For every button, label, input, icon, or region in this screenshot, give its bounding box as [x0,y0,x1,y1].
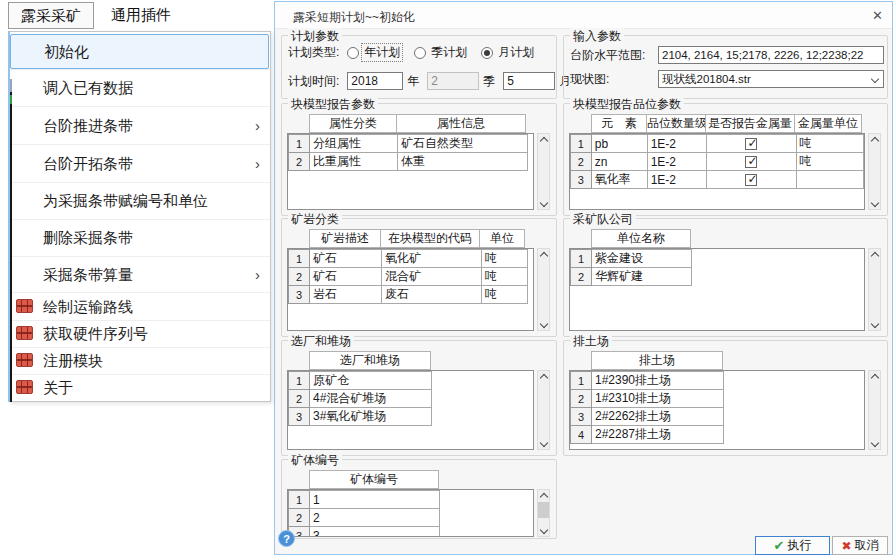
row-number-button[interactable]: 4 [571,426,592,444]
scroll-up-icon[interactable] [538,371,549,382]
cancel-button[interactable]: ✖ 取消 [832,536,888,555]
help-button[interactable]: ? [278,530,295,547]
grid-cell[interactable]: 1E-2 [647,171,707,189]
checkbox-checked-icon[interactable] [745,138,757,150]
scroll-up-icon[interactable] [538,134,549,145]
scroll-down-icon[interactable] [538,525,549,536]
grid-cell[interactable]: 岩石 [310,286,382,304]
grid-cell[interactable]: 矿石自然类型 [398,135,528,153]
row-number-button[interactable]: 3 [571,408,592,426]
row-number-button[interactable]: 3 [289,286,310,304]
grid-cell[interactable]: 华辉矿建 [592,268,692,286]
grid-cell[interactable]: 1#2310排土场 [592,390,724,408]
menu-item-7[interactable]: 绘制运输路线 [9,292,270,320]
grid-cell[interactable]: 氧化矿 [382,250,482,268]
execute-button[interactable]: ✔ 执行 [755,536,830,555]
dialog-titlebar[interactable]: 露采短期计划~~初始化 ✕ [275,2,892,29]
menu-item-8[interactable]: 获取硬件序列号 [9,320,270,347]
vertical-scrollbar[interactable] [537,133,550,210]
row-number-button[interactable]: 2 [571,390,592,408]
row-number-button[interactable]: 1 [289,372,310,390]
row-number-button[interactable]: 1 [571,372,592,390]
row-number-button[interactable]: 1 [289,491,310,509]
grid-cell[interactable]: 3#氧化矿堆场 [310,408,432,426]
grid-cell[interactable]: 吨 [796,135,863,153]
grid-cell[interactable]: 2#2287排土场 [592,426,724,444]
scroll-down-icon[interactable] [538,438,549,449]
grid-cell[interactable]: 紫金建设 [592,250,692,268]
menu-item-4[interactable]: 为采掘条带赋编号和单位 [9,182,270,219]
close-icon[interactable]: ✕ [872,8,883,23]
radio-month-plan[interactable]: 月计划 [481,44,536,61]
row-number-button[interactable]: 2 [571,153,592,171]
month-field[interactable]: 5 [503,72,555,90]
row-number-button[interactable]: 2 [571,268,592,286]
scroll-up-icon[interactable] [869,249,880,260]
menu-item-3[interactable]: 台阶开拓条带› [9,144,270,182]
scroll-up-icon[interactable] [869,134,880,145]
row-number-button[interactable]: 2 [289,153,310,171]
menu-item-5[interactable]: 删除采掘条带 [9,219,270,256]
grid-cell[interactable]: zn [591,153,647,171]
grid-cell[interactable]: 原矿仓 [310,372,432,390]
checkbox-checked-icon[interactable] [745,174,757,186]
grid-cell[interactable]: 吨 [482,268,528,286]
grid-cell[interactable] [707,171,796,189]
grid-cell[interactable]: 废石 [382,286,482,304]
menu-tab-general-plugins[interactable]: 通用插件 [99,2,183,29]
grid-cell[interactable] [707,135,796,153]
scroll-down-icon[interactable] [538,198,549,209]
grid-cell[interactable]: 吨 [482,286,528,304]
vertical-scrollbar[interactable] [868,370,881,450]
menu-item-2[interactable]: 台阶推进条带› [9,106,270,144]
grid-cell[interactable]: 2 [310,509,440,527]
vertical-scrollbar[interactable] [868,133,881,210]
row-number-button[interactable]: 1 [571,135,592,153]
grid-cell[interactable]: 分组属性 [310,135,398,153]
grid-cell[interactable]: 混合矿 [382,268,482,286]
grid-cell[interactable]: 吨 [482,250,528,268]
scroll-down-icon[interactable] [538,319,549,330]
row-number-button[interactable]: 1 [289,135,310,153]
quarter-field[interactable]: 2 [427,72,479,90]
scroll-down-icon[interactable] [869,438,880,449]
row-number-button[interactable]: 2 [289,268,310,286]
menu-item-10[interactable]: 关于 [9,374,270,400]
menu-item-6[interactable]: 采掘条带算量› [9,256,270,292]
grid-cell[interactable] [707,153,796,171]
grid-cell[interactable]: 体重 [398,153,528,171]
grid-cell[interactable]: 1 [310,491,440,509]
year-field[interactable]: 2018 [347,72,403,90]
row-number-button[interactable]: 3 [289,408,310,426]
scroll-up-icon[interactable] [538,490,549,501]
grid-cell[interactable]: 3 [310,527,440,538]
menu-tab-opencast-mining[interactable]: 露采采矿 [8,2,94,29]
row-number-button[interactable]: 1 [289,250,310,268]
grid-cell[interactable] [796,171,863,189]
row-number-button[interactable]: 2 [289,390,310,408]
row-number-button[interactable]: 1 [571,250,592,268]
grid-cell[interactable]: 2#2262排土场 [592,408,724,426]
checkbox-checked-icon[interactable] [745,156,757,168]
scrollbar-thumb[interactable] [538,502,549,518]
scroll-up-icon[interactable] [538,249,549,260]
menu-item-0[interactable]: 初始化 [10,34,269,69]
grid-cell[interactable]: 1E-2 [647,135,707,153]
radio-year-plan[interactable]: 年计划 [347,44,402,61]
grid-cell[interactable]: 4#混合矿堆场 [310,390,432,408]
menu-item-9[interactable]: 注册模块 [9,347,270,374]
vertical-scrollbar[interactable] [537,489,550,537]
vertical-scrollbar[interactable] [868,248,881,331]
scroll-down-icon[interactable] [869,198,880,209]
vertical-scrollbar[interactable] [537,248,550,331]
menu-item-1[interactable]: 调入已有数据 [9,69,270,106]
grid-cell[interactable]: pb [591,135,647,153]
grid-cell[interactable]: 比重属性 [310,153,398,171]
radio-quarter-plan[interactable]: 季计划 [414,44,469,61]
status-map-combo[interactable]: 现状线201804.str [658,70,884,88]
scroll-up-icon[interactable] [869,371,880,382]
bench-range-input[interactable]: 2104, 2164, 15;2178, 2226, 12;2238;22 [658,46,884,64]
grid-cell[interactable]: 1E-2 [647,153,707,171]
vertical-scrollbar[interactable] [537,370,550,450]
grid-cell[interactable]: 矿石 [310,268,382,286]
